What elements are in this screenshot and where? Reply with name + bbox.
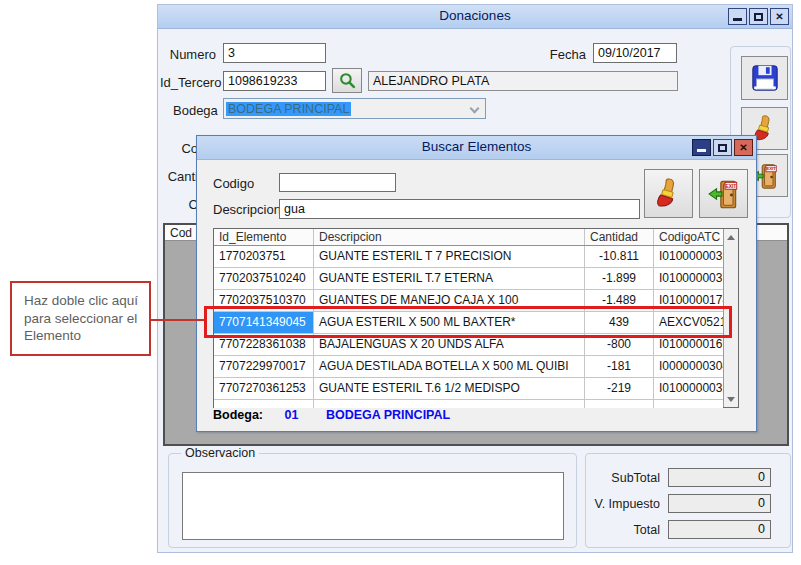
- search-tercero-button[interactable]: [332, 68, 362, 93]
- cell-descripcion: GUANTES DE MANEJO CAJA X 100: [314, 290, 585, 311]
- clear-brush-icon: [652, 177, 686, 211]
- observacion-textarea[interactable]: [182, 472, 564, 540]
- cell-codigoatc: I0100000037: [654, 268, 723, 289]
- buscar-elementos-dialog: Buscar Elementos ✕ Codigo Descripcion: [196, 135, 757, 432]
- minimize-icon: [733, 18, 742, 21]
- bodega-status-code: 01: [284, 408, 298, 422]
- bodega-status-label: Bodega:: [213, 408, 263, 422]
- cell-id: 7707228361038: [214, 334, 314, 355]
- table-row[interactable]: 7707229970017 AGUA DESTILADA BOTELLA X 5…: [214, 356, 723, 378]
- elementos-table: Id_Elemento Descripcion Cantidad CodigoA…: [213, 228, 739, 408]
- table-header-row: Id_Elemento Descripcion Cantidad CodigoA…: [214, 229, 723, 246]
- minimize-button[interactable]: [728, 8, 747, 25]
- chevron-down-icon: [470, 104, 480, 114]
- cell-descripcion: GUANTE ESTERIL T.6 1/2 MEDISPO: [314, 378, 585, 399]
- maximize-button[interactable]: [749, 8, 768, 25]
- scroll-up-button[interactable]: [724, 229, 738, 245]
- cell-empty: [654, 400, 723, 408]
- table-row[interactable]: 7702037510240 GUANTE ESTERIL T.7 ETERNA …: [214, 268, 723, 290]
- save-floppy-icon: [750, 63, 780, 93]
- table-row-empty: [214, 400, 723, 408]
- id-tercero-input[interactable]: [223, 71, 326, 91]
- cell-codigoatc: I0100000174: [654, 290, 723, 311]
- scroll-down-button[interactable]: [724, 391, 738, 407]
- cell-id: 7702037510240: [214, 268, 314, 289]
- minimize-icon: [697, 149, 706, 152]
- cell-descripcion: BAJALENGUAS X 20 UNDS ALFA: [314, 334, 585, 355]
- table-row-selected[interactable]: 7707141349045 AGUA ESTERIL X 500 ML BAXT…: [214, 312, 723, 334]
- cell-codigoatc: AEXCV0521: [654, 312, 723, 333]
- dialog-minimize-button[interactable]: [692, 139, 711, 156]
- codigo-input[interactable]: [279, 173, 396, 192]
- svg-text:EXIT: EXIT: [725, 183, 736, 188]
- bodega-status-bar: Bodega: 01 BODEGA PRINCIPAL: [213, 408, 450, 422]
- donaciones-titlebar[interactable]: Donaciones ✕: [158, 5, 792, 29]
- cell-descripcion: AGUA ESTERIL X 500 ML BAXTER*: [314, 312, 585, 333]
- impuesto-label: V. Impuesto: [586, 497, 660, 511]
- annotation-connector-line: [151, 319, 204, 321]
- table-row[interactable]: 7707228361038 BAJALENGUAS X 20 UNDS ALFA…: [214, 334, 723, 356]
- table-row[interactable]: 7707270361253 GUANTE ESTERIL T.6 1/2 MED…: [214, 378, 723, 400]
- cell-cantidad: -219: [585, 378, 654, 399]
- impuesto-value: 0: [668, 494, 771, 513]
- column-header-descripcion[interactable]: Descripcion: [314, 229, 585, 245]
- bodega-label: Bodega: [173, 103, 216, 118]
- dialog-clear-button[interactable]: [644, 169, 693, 218]
- cell-codigoatc: I0000000304: [654, 356, 723, 377]
- cell-cantidad: -1.899: [585, 268, 654, 289]
- cell-cantidad: -181: [585, 356, 654, 377]
- cell-id: 7707270361253: [214, 378, 314, 399]
- close-button[interactable]: ✕: [770, 8, 789, 25]
- table-row[interactable]: 1770203751 GUANTE ESTERIL T 7 PRECISION …: [214, 246, 723, 268]
- cell-descripcion: AGUA DESTILADA BOTELLA X 500 ML QUIBI: [314, 356, 585, 377]
- id-tercero-label: Id_Tercero: [160, 75, 216, 90]
- window-title: Donaciones: [158, 8, 792, 23]
- save-button[interactable]: [741, 56, 788, 100]
- cell-empty: [585, 400, 654, 408]
- annotation-callout: Haz doble clic aquí para seleccionar el …: [10, 281, 151, 356]
- triangle-up-icon: [727, 235, 735, 240]
- covered-label-cantidad: Canti: [158, 169, 198, 184]
- observacion-groupbox: Observacion: [168, 453, 577, 548]
- column-header-id[interactable]: Id_Elemento: [214, 229, 314, 245]
- exit-door-icon: EXIT: [707, 177, 741, 211]
- column-header-cantidad[interactable]: Cantidad: [585, 229, 654, 245]
- descripcion-input[interactable]: [279, 199, 640, 219]
- column-header-codigoatc[interactable]: CodigoATC: [654, 229, 723, 245]
- cell-codigoatc: I0100000032: [654, 378, 723, 399]
- table-scrollbar[interactable]: [723, 229, 738, 407]
- dialog-close-button[interactable]: ✕: [734, 139, 753, 156]
- dialog-title: Buscar Elementos: [197, 139, 756, 154]
- table-row[interactable]: 7702037510370 GUANTES DE MANEJO CAJA X 1…: [214, 290, 723, 312]
- codigo-label: Codigo: [213, 176, 254, 191]
- total-value: 0: [668, 520, 771, 539]
- cell-empty: [214, 400, 314, 408]
- numero-label: Numero: [163, 47, 216, 62]
- cell-cantidad: -1.489: [585, 290, 654, 311]
- observacion-label: Observacion: [181, 446, 259, 460]
- totals-groupbox: SubTotal 0 V. Impuesto 0 Total 0: [585, 453, 791, 548]
- total-label: Total: [586, 523, 660, 537]
- dialog-maximize-button[interactable]: [713, 139, 732, 156]
- dialog-exit-button[interactable]: EXIT: [699, 169, 748, 218]
- cell-id: 7707141349045: [214, 312, 314, 333]
- screenshot-stage: Donaciones ✕ Numero Fecha Id_Tercero ALE…: [0, 0, 801, 565]
- covered-label-costo: C: [164, 197, 198, 212]
- cell-id: 7702037510370: [214, 290, 314, 311]
- triangle-down-icon: [727, 397, 735, 402]
- maximize-icon: [754, 13, 763, 21]
- buscar-elementos-titlebar[interactable]: Buscar Elementos ✕: [197, 136, 756, 160]
- close-icon: ✕: [775, 11, 783, 22]
- numero-input[interactable]: [223, 43, 326, 63]
- covered-label-codigo: Co: [164, 141, 198, 156]
- fecha-input[interactable]: [593, 43, 677, 63]
- svg-text:EXIT: EXIT: [766, 166, 776, 171]
- descripcion-label: Descripcion: [213, 202, 281, 217]
- bodega-dropdown[interactable]: BODEGA PRINCIPAL: [223, 98, 486, 119]
- cell-cantidad: -800: [585, 334, 654, 355]
- maximize-icon: [718, 144, 727, 152]
- cell-empty: [314, 400, 585, 408]
- cell-id: 1770203751: [214, 246, 314, 267]
- cell-cantidad: 439: [585, 312, 654, 333]
- bodega-selected-value: BODEGA PRINCIPAL: [226, 102, 351, 116]
